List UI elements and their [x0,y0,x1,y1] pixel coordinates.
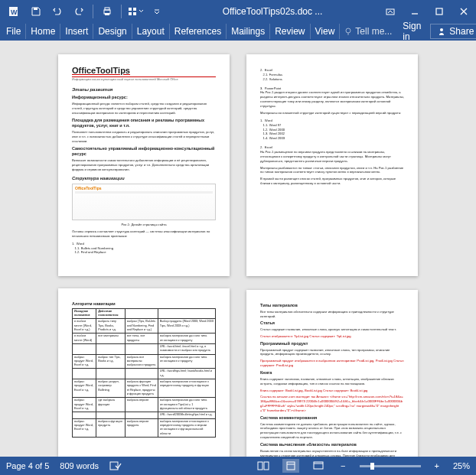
tab-insert[interactable]: Insert [60,24,93,39]
svg-rect-20 [258,462,262,470]
lightbulb-icon [344,28,353,36]
doc-logo: OfficeToolTips [72,65,216,77]
share-button[interactable]: Share [430,24,476,39]
word-count[interactable]: 809 words [60,461,99,470]
tab-references[interactable]: References [170,24,227,39]
spellcheck-icon[interactable] [109,460,122,471]
share-icon [437,27,446,36]
tab-layout[interactable]: Layout [132,24,170,39]
svg-rect-21 [264,462,269,470]
zoom-level[interactable]: 25% [453,461,470,470]
svg-rect-9 [133,12,136,15]
svg-rect-4 [105,8,109,10]
read-mode-button[interactable] [255,459,272,473]
save-button[interactable] [26,2,46,21]
close-button[interactable] [452,0,476,22]
svg-rect-2 [34,8,37,10]
undo-button[interactable] [47,2,67,21]
web-layout-button[interactable] [310,459,327,473]
document-canvas[interactable]: OfficeToolTips Информационно-консультаци… [0,41,476,457]
tab-review[interactable]: Review [270,24,310,39]
svg-rect-7 [133,8,136,11]
svg-point-13 [346,28,350,33]
maximize-button[interactable] [427,0,452,22]
svg-rect-24 [314,462,323,469]
page-indicator[interactable]: Page 4 of 5 [6,461,49,470]
qat-dropdown-icon[interactable] [147,2,167,21]
tab-view[interactable]: View [311,24,341,39]
tab-file[interactable]: File [2,24,26,39]
document-title: OfficeToolTips02s.doc ... [167,6,378,17]
svg-rect-6 [129,8,132,11]
tab-home[interactable]: Home [26,24,60,39]
tab-mailings[interactable]: Mailings [227,24,270,39]
page-2: 2. Excel 2.1. Formulas 2.2. Solutions 3.… [246,54,418,276]
svg-rect-22 [287,462,295,470]
svg-rect-12 [436,8,442,15]
zoom-in-button[interactable]: + [432,461,442,470]
svg-rect-19 [110,462,118,470]
page-3: Алгоритм навигации Исходное положениеДей… [58,288,230,457]
page-4: Типы материалов Все типы материалов обяз… [246,290,418,457]
customize-qat-button[interactable] [126,2,145,21]
zoom-slider[interactable] [360,465,421,467]
print-layout-button[interactable] [282,459,299,473]
page-1: OfficeToolTips Информационно-консультаци… [58,54,230,276]
svg-rect-10 [386,9,394,15]
quick-print-button[interactable] [97,2,117,21]
tell-me-search[interactable]: Tell me... [340,24,396,39]
nav-algorithm-table: Исходное положениеДействие пользователя … [72,308,216,438]
embedded-screenshot [72,184,216,220]
tab-design[interactable]: Design [93,24,132,39]
word-app-icon[interactable]: W [5,2,24,21]
svg-rect-5 [105,13,109,15]
svg-point-15 [440,28,443,31]
svg-rect-8 [129,12,132,15]
svg-text:W: W [11,8,18,16]
zoom-out-button[interactable]: − [337,461,348,470]
redo-button[interactable] [69,2,89,21]
